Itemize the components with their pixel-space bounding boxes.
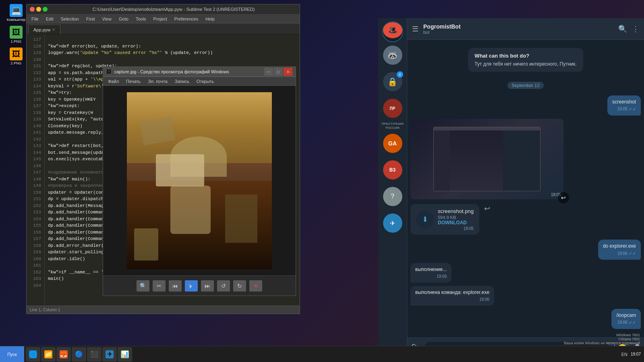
tab-app-pyw[interactable]: App.pyw ✕ <box>28 25 60 34</box>
photo-viewer-icon: 🖼 <box>106 69 112 74</box>
tab-close-icon[interactable]: ✕ <box>52 27 55 32</box>
photo-viewer-titlebar: 🖼 capture.jpg - Средство просмотра фотог… <box>103 67 296 77</box>
taskbar-item-chrome[interactable]: 🔵 <box>72 347 86 362</box>
minimize-button[interactable] <box>36 7 41 12</box>
sidebar-item-telegram[interactable]: ✈ <box>383 213 402 236</box>
sublime-tabs: App.pyw ✕ <box>27 23 300 35</box>
telegram-chat-area: ☰ PogromistBot bot 🔍 ⋮ What can this bot… <box>407 18 644 358</box>
menu-selection[interactable]: Selection <box>58 16 82 22</box>
menu-file[interactable]: File <box>28 16 42 22</box>
screenshot-preview-image[interactable]: 19:05 <box>410 119 563 199</box>
start-button[interactable]: Пуск <box>0 346 24 362</box>
taskbar-item-extra[interactable]: 📊 <box>118 347 132 362</box>
header-action-buttons: 🔍 ⋮ <box>618 25 639 33</box>
telegram-sidebar: 🎩 🦝 🔒 4 ПР ПРЕСТУПНАЯ РОССИЯ GA <box>378 18 407 358</box>
file-name-text: screenshot.png <box>438 208 474 214</box>
taskbar-item-ie[interactable]: 🌐 <box>26 347 40 362</box>
photo-menu-print[interactable]: Печать <box>123 78 144 85</box>
taskbar-item-telegram[interactable]: ✈ <box>102 347 117 362</box>
message-text: do explorer.exe <box>603 243 636 249</box>
file-info-block: screenshot.png 594.9 KB DOWNLOAD 19:05 <box>438 208 474 231</box>
message-row-loopcam: /loopcam 19:06 ✓✓ <box>410 309 641 329</box>
search-icon[interactable]: 🔍 <box>618 25 627 33</box>
photo-maximize-button[interactable]: □ <box>274 68 283 76</box>
menu-find[interactable]: Find <box>83 16 98 22</box>
menu-edit[interactable]: Edit <box>43 16 57 22</box>
bot-welcome-container: What can this bot do? Тут для тебя нет н… <box>410 48 641 72</box>
photo-menu-open[interactable]: Открыть <box>193 78 217 85</box>
forward-file-button[interactable]: ↩ <box>484 204 490 213</box>
window-controls <box>30 7 48 12</box>
sidebar-item-ga[interactable]: GA <box>383 134 402 156</box>
sidebar-item-wolf[interactable]: 🦝 <box>383 46 402 68</box>
photo-window-controls: ─ □ ✕ <box>264 68 292 76</box>
sidebar-item-b3[interactable]: B3 <box>383 160 402 183</box>
desktop-icons-container: 💻 Компьютер 🖼 1.PNG 🖼 2.PNG <box>4 4 28 65</box>
windows-version-label: Windows 7601 <box>564 333 640 337</box>
file-download-icon-circle[interactable]: ⬇ <box>416 211 434 228</box>
photo-play-button[interactable]: ⏵ <box>185 280 198 292</box>
sidebar-item-lock[interactable]: 🔒 4 <box>383 72 402 95</box>
photo-close-button[interactable]: ✕ <box>284 68 292 76</box>
sidebar-item-active[interactable]: 🎩 <box>382 21 403 42</box>
photo-prev-button[interactable]: ⏮ <box>169 280 182 292</box>
close-button[interactable] <box>30 7 35 12</box>
sublime-menu-bar: File Edit Selection Find View Goto Tools… <box>27 14 300 23</box>
screenshot-mini-window <box>433 127 540 191</box>
photo-minimize-button[interactable]: ─ <box>264 68 273 76</box>
extra-icon: 📊 <box>121 350 129 358</box>
file-download-bubble: ⬇ screenshot.png 594.9 KB DOWNLOAD 19:05 <box>410 204 479 235</box>
download-button[interactable]: DOWNLOAD <box>438 220 474 225</box>
photo-viewer-title: capture.jpg - Средство просмотра фотогра… <box>114 69 264 74</box>
desktop-icon-png2[interactable]: 🖼 2.PNG <box>4 48 28 65</box>
photo-delete-button[interactable]: ✕ <box>249 280 262 292</box>
menu-help[interactable]: Help <box>202 16 218 22</box>
message-text: выполнена команда: explorer.exe <box>415 290 489 295</box>
message-row-screenshot-cmd: screenshot 19:05 ✓✓ <box>410 95 641 116</box>
taskbar-system-tray: EN 19:07 <box>618 352 644 357</box>
hamburger-menu-icon[interactable]: ☰ <box>412 25 418 33</box>
menu-goto[interactable]: Goto <box>116 16 132 22</box>
message-row-executing: выполнение... 19:06 <box>410 263 641 283</box>
menu-preferences[interactable]: Preferences <box>171 16 201 22</box>
message-timestamp: 19:05 ✓✓ <box>612 106 636 112</box>
file-message-row: ⬇ screenshot.png 594.9 KB DOWNLOAD 19:05… <box>410 204 641 235</box>
menu-view[interactable]: View <box>99 16 115 22</box>
windows-taskbar: Пуск 🌐 📁 🦊 🔵 ⬛ ✈ 📊 EN 19:07 <box>0 346 644 362</box>
taskbar-item-cmd[interactable]: ⬛ <box>87 347 101 362</box>
photo-viewer-content <box>103 86 296 275</box>
photo-image-display <box>127 92 272 269</box>
photo-action2-button[interactable]: ↻ <box>233 280 246 292</box>
read-checkmarks: ✓✓ <box>629 250 636 257</box>
photo-next-button[interactable]: ⏭ <box>201 280 214 292</box>
taskbar-item-folder[interactable]: 📁 <box>41 347 56 362</box>
window-title: C:\Users\User\Desktop\enotlolzteam\App.p… <box>51 7 296 12</box>
telegram-messages-list[interactable]: What can this bot do? Тут для тебя нет н… <box>407 40 644 337</box>
system-clock: 19:07 <box>631 352 641 356</box>
photo-menu-record[interactable]: Запись <box>172 78 193 85</box>
menu-project[interactable]: Project <box>150 16 170 22</box>
sent-message-screenshot: screenshot 19:05 ✓✓ <box>607 95 641 116</box>
photo-viewer-menu: Файл Печать Эл. почта Запись Открыть <box>103 77 296 86</box>
taskbar-item-browser[interactable]: 🦊 <box>56 347 71 362</box>
photo-crop-button[interactable]: ✂ <box>153 280 166 292</box>
menu-tools[interactable]: Tools <box>133 16 149 22</box>
screenshot-image-container[interactable]: 19:05 ↩ <box>410 119 563 199</box>
photo-menu-email[interactable]: Эл. почта <box>145 78 171 85</box>
sidebar-item-russia[interactable]: ПР ПРЕСТУПНАЯ РОССИЯ <box>381 99 405 130</box>
bot-welcome-answer: Тут для тебя нет ничего интересного, Пут… <box>474 61 576 67</box>
photo-menu-file[interactable]: Файл <box>105 78 122 85</box>
photo-action1-button[interactable]: ↺ <box>217 280 230 292</box>
date-separator: September 12 <box>410 81 641 89</box>
maximize-button[interactable] <box>43 7 48 12</box>
read-checkmarks: ✓✓ <box>629 320 636 326</box>
desktop-icon-computer[interactable]: 💻 Компьютер <box>4 4 28 22</box>
bot-welcome-bubble: What can this bot do? Тут для тебя нет н… <box>468 48 583 72</box>
sidebar-item-help[interactable]: ? <box>383 187 402 209</box>
desktop-icon-png1[interactable]: 🖼 1.PNG <box>4 26 28 43</box>
forward-screenshot-button[interactable]: ↩ <box>558 192 569 203</box>
chrome-icon: 🔵 <box>75 350 83 358</box>
photo-zoom-button[interactable]: 🔍 <box>137 280 149 292</box>
more-options-icon[interactable]: ⋮ <box>632 25 639 33</box>
folder-icon: 📁 <box>44 350 52 358</box>
